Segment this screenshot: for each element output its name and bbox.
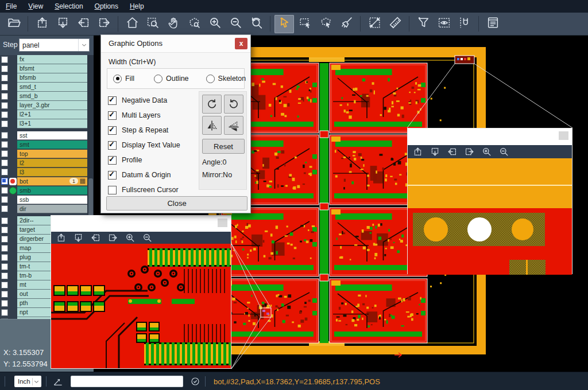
pan-right-button[interactable] bbox=[94, 15, 114, 33]
close-button[interactable]: Close bbox=[106, 196, 247, 210]
angle-mode-icon[interactable] bbox=[52, 376, 64, 387]
layer-visibility-checkbox[interactable] bbox=[1, 236, 8, 243]
layer-indicator[interactable] bbox=[8, 141, 17, 150]
layer-row[interactable]: smt bbox=[0, 141, 87, 150]
option-multi-layers[interactable]: Multi Layers bbox=[108, 108, 180, 123]
zoom-previous-button[interactable] bbox=[246, 15, 266, 33]
layer-visibility-checkbox[interactable] bbox=[1, 132, 8, 139]
layer-row[interactable]: bot1 bbox=[0, 177, 87, 186]
layer-name[interactable]: dir bbox=[17, 205, 87, 214]
layer-visibility-checkbox[interactable] bbox=[1, 111, 8, 118]
layer-visibility-checkbox[interactable] bbox=[1, 150, 8, 157]
highlight-view-button[interactable] bbox=[434, 15, 454, 33]
open-folder-button[interactable] bbox=[4, 15, 24, 33]
layer-visibility-checkbox[interactable] bbox=[1, 159, 8, 166]
layer-name[interactable]: bfsmb bbox=[17, 73, 87, 83]
layer-indicator[interactable] bbox=[8, 196, 17, 205]
select-rect-button[interactable] bbox=[295, 15, 315, 33]
layer-name[interactable]: ssb bbox=[17, 196, 87, 205]
pan-hand-button[interactable] bbox=[164, 15, 183, 33]
layer-indicator[interactable] bbox=[8, 177, 17, 186]
layer-visibility-checkbox[interactable] bbox=[1, 120, 8, 127]
radio-fill[interactable]: Fill bbox=[113, 75, 134, 83]
checkbox[interactable] bbox=[108, 96, 117, 105]
layer-visibility-checkbox[interactable] bbox=[1, 93, 8, 100]
layers-panel-button[interactable] bbox=[483, 15, 502, 33]
layer-visibility-checkbox[interactable] bbox=[1, 227, 8, 233]
layer-indicator[interactable] bbox=[8, 159, 17, 168]
layer-row[interactable]: l2+1 bbox=[0, 110, 87, 119]
pan-up-button[interactable] bbox=[32, 15, 52, 33]
layer-indicator[interactable] bbox=[8, 168, 17, 177]
layer-indicator[interactable] bbox=[8, 131, 17, 141]
pan-left-button[interactable] bbox=[447, 146, 458, 157]
layer-indicator[interactable] bbox=[8, 119, 17, 128]
checkbox[interactable] bbox=[108, 156, 117, 165]
layer-row[interactable]: top bbox=[0, 150, 87, 159]
select-arrow-button[interactable] bbox=[274, 15, 294, 33]
zoom-polygon-button[interactable] bbox=[184, 15, 204, 33]
pan-up-button[interactable] bbox=[412, 146, 423, 157]
mirror-horizontal-button[interactable] bbox=[202, 116, 222, 135]
layer-row[interactable]: l2 bbox=[0, 159, 87, 168]
layer-name[interactable]: l3+1 bbox=[17, 119, 87, 128]
layer-row[interactable]: l3 bbox=[0, 168, 87, 177]
layer-name[interactable]: l2 bbox=[17, 159, 87, 168]
layer-indicator[interactable] bbox=[8, 235, 17, 244]
layer-name[interactable]: smd_t bbox=[17, 83, 87, 92]
layer-name[interactable]: fx bbox=[17, 55, 87, 64]
layer-visibility-checkbox[interactable] bbox=[1, 254, 8, 261]
layer-indicator[interactable] bbox=[8, 186, 17, 196]
close-icon[interactable]: x bbox=[235, 38, 247, 49]
checkbox[interactable] bbox=[108, 171, 117, 180]
zoom-in-button[interactable] bbox=[481, 146, 492, 157]
layer-row[interactable]: smb bbox=[0, 186, 87, 196]
layer-visibility-checkbox[interactable] bbox=[1, 300, 8, 307]
layer-name[interactable]: layer_3.gbr bbox=[17, 101, 87, 110]
radio-dot[interactable] bbox=[113, 75, 122, 83]
pan-down-button[interactable] bbox=[73, 232, 84, 243]
layer-row[interactable]: bfsmt bbox=[0, 64, 87, 73]
layer-visibility-checkbox[interactable] bbox=[1, 309, 8, 316]
radio-skeleton[interactable]: Skeleton bbox=[206, 75, 246, 83]
command-input[interactable] bbox=[71, 376, 183, 387]
layer-visibility-checkbox[interactable] bbox=[1, 65, 8, 72]
layer-indicator[interactable] bbox=[8, 244, 17, 253]
pan-left-button[interactable] bbox=[90, 232, 101, 243]
layer-visibility-checkbox[interactable] bbox=[1, 187, 8, 194]
layer-visibility-checkbox[interactable] bbox=[1, 245, 8, 252]
menu-item-view[interactable]: View bbox=[22, 0, 49, 13]
measure-line-button[interactable] bbox=[365, 15, 384, 33]
layer-indicator[interactable] bbox=[8, 216, 17, 225]
layer-row[interactable]: fx bbox=[0, 55, 87, 64]
layer-indicator[interactable] bbox=[8, 299, 17, 308]
layer-visibility-checkbox[interactable] bbox=[1, 56, 8, 63]
layer-indicator[interactable] bbox=[8, 225, 17, 235]
layer-visibility-checkbox[interactable] bbox=[1, 196, 8, 203]
option-negative-data[interactable]: Negative Data bbox=[108, 93, 180, 108]
layer-visibility-checkbox[interactable] bbox=[1, 217, 8, 224]
menu-item-options[interactable]: Options bbox=[89, 0, 124, 13]
layer-row[interactable]: dir bbox=[0, 205, 87, 214]
layer-visibility-checkbox[interactable] bbox=[1, 291, 8, 298]
zoom-out-button[interactable] bbox=[226, 15, 245, 33]
layer-visibility-checkbox[interactable] bbox=[1, 141, 8, 148]
layer-name[interactable]: sst bbox=[17, 131, 87, 141]
menu-item-selection[interactable]: Selection bbox=[49, 0, 88, 13]
select-polygon-button[interactable] bbox=[316, 15, 335, 33]
layer-indicator[interactable] bbox=[8, 271, 17, 280]
pan-down-button[interactable] bbox=[430, 146, 440, 157]
radio-outline[interactable]: Outline bbox=[154, 75, 189, 83]
layer-indicator[interactable] bbox=[8, 83, 17, 92]
layer-indicator[interactable] bbox=[8, 205, 17, 214]
option-datum-origin[interactable]: Datum & Origin bbox=[108, 167, 180, 182]
layer-visibility-checkbox[interactable] bbox=[1, 205, 8, 212]
layer-visibility-checkbox[interactable] bbox=[1, 102, 8, 109]
magnifier-title-bar[interactable] bbox=[51, 216, 231, 232]
magnifier-title-bar[interactable] bbox=[408, 128, 572, 145]
filter-button[interactable] bbox=[413, 15, 433, 33]
layer-visibility-checkbox[interactable] bbox=[1, 169, 8, 176]
layer-indicator[interactable] bbox=[8, 262, 17, 271]
mirror-vertical-button[interactable] bbox=[224, 116, 243, 135]
layer-indicator[interactable] bbox=[8, 73, 17, 83]
